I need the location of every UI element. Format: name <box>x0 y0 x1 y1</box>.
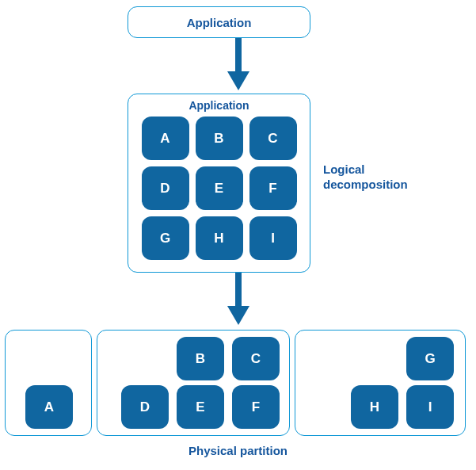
tile-g: G <box>142 216 189 260</box>
tile-i: I <box>406 385 454 429</box>
tile-b: B <box>177 337 224 380</box>
tile-c: C <box>249 117 297 160</box>
top-application-label: Application <box>187 16 252 29</box>
physical-box-2: B C D E F <box>97 330 290 436</box>
svg-marker-3 <box>227 306 249 325</box>
physical-box-1: A <box>5 330 92 436</box>
tile-f: F <box>249 166 297 210</box>
tile-f: F <box>232 385 280 429</box>
logical-decomposition-box: Application A B C D E F G H I <box>128 94 310 273</box>
label-line: Logical <box>323 162 434 178</box>
tile-e: E <box>196 166 243 210</box>
tile-c: C <box>232 337 280 380</box>
physical-partition-label: Physical partition <box>0 444 476 457</box>
svg-marker-1 <box>227 71 249 90</box>
tile-g: G <box>406 337 454 380</box>
tile-e: E <box>177 385 224 429</box>
top-application-box: Application <box>128 6 310 38</box>
arrow-down-icon <box>224 273 253 328</box>
logical-box-title: Application <box>128 99 310 112</box>
tile-h: H <box>351 385 398 429</box>
logical-decomposition-label: Logical decomposition <box>323 162 434 193</box>
tile-d: D <box>142 166 189 210</box>
tile-b: B <box>196 117 243 160</box>
label-line: decomposition <box>323 178 434 193</box>
tile-d: D <box>121 385 169 429</box>
tile-i: I <box>249 216 297 260</box>
physical-partition-row: A B C D E F G H I <box>5 330 466 436</box>
arrow-down-icon <box>224 38 253 94</box>
tile-a: A <box>25 385 73 429</box>
tile-h: H <box>196 216 243 260</box>
tile-a: A <box>142 117 189 160</box>
physical-box-3: G H I <box>295 330 466 436</box>
logical-tile-grid: A B C D E F G H I <box>128 117 310 268</box>
